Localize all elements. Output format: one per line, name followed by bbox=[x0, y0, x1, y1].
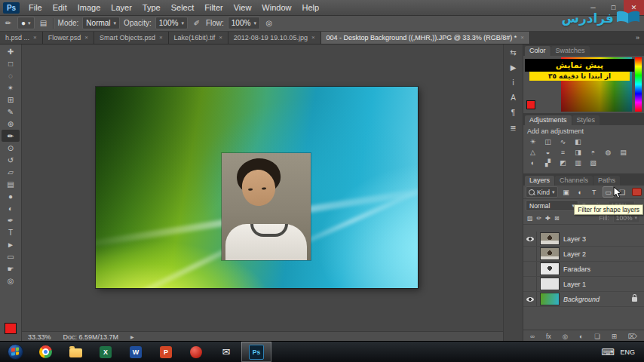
clone-stamp-tool[interactable]: ⊙ bbox=[2, 142, 20, 154]
layer-group-icon[interactable]: ❏ bbox=[594, 333, 600, 340]
tab-styles[interactable]: Styles bbox=[572, 115, 600, 125]
document-tab[interactable]: Smart Objects.psd × bbox=[94, 31, 169, 44]
layer-name[interactable]: Layer 3 bbox=[563, 235, 586, 243]
levels-icon[interactable]: ◫ bbox=[542, 137, 554, 146]
blend-mode-select[interactable]: Normal ▾ bbox=[82, 17, 120, 29]
close-tab-icon[interactable]: × bbox=[84, 34, 88, 41]
filter-pixel-layers-icon[interactable]: ▣ bbox=[560, 186, 572, 198]
zoom-level[interactable]: 33.33% bbox=[28, 333, 51, 341]
color-balance-icon[interactable]: ≡ bbox=[557, 148, 569, 156]
menu-filter[interactable]: Filter bbox=[199, 3, 228, 12]
link-layers-icon[interactable]: ∞ bbox=[530, 333, 535, 340]
layer-name[interactable]: Faradars bbox=[563, 265, 590, 273]
move-tool[interactable]: ✚ bbox=[2, 45, 20, 57]
airbrush-icon[interactable]: ◎ bbox=[264, 19, 274, 27]
ramp-color-swatch[interactable] bbox=[526, 100, 535, 109]
lock-all-icon[interactable]: ⊠ bbox=[554, 215, 560, 222]
document-tab[interactable]: Lake(16bit).tif × bbox=[169, 31, 228, 44]
swap-arrows-icon[interactable]: ⇆ bbox=[510, 48, 516, 57]
flow-select[interactable]: 100% ▾ bbox=[228, 17, 260, 29]
type-tool[interactable]: T bbox=[2, 226, 20, 238]
red-app-taskbar-button[interactable] bbox=[181, 342, 211, 362]
gradient-map-icon[interactable]: ▥ bbox=[572, 158, 584, 167]
layer-name[interactable]: Layer 2 bbox=[563, 250, 586, 258]
menu-select[interactable]: Select bbox=[166, 3, 200, 12]
layer-thumbnail[interactable] bbox=[541, 278, 559, 290]
tab-channels[interactable]: Channels bbox=[555, 176, 593, 186]
lasso-tool[interactable]: ◌ bbox=[2, 69, 20, 81]
close-tab-icon[interactable]: × bbox=[311, 34, 315, 41]
layer-effects-icon[interactable]: fx bbox=[546, 333, 551, 340]
menu-layer[interactable]: Layer bbox=[106, 3, 137, 12]
layer-thumbnail[interactable] bbox=[541, 248, 559, 259]
layer-mask-icon[interactable]: ◎ bbox=[563, 333, 568, 340]
selective-color-icon[interactable]: ▧ bbox=[587, 158, 599, 167]
threshold-icon[interactable]: ◩ bbox=[557, 158, 569, 167]
filter-adjustment-layers-icon[interactable]: ◐ bbox=[574, 186, 586, 198]
channel-mixer-icon[interactable]: ◍ bbox=[603, 148, 614, 156]
gradient-tool[interactable]: ▤ bbox=[2, 178, 20, 190]
visibility-toggle[interactable] bbox=[523, 247, 537, 261]
visibility-toggle[interactable] bbox=[523, 262, 537, 276]
exposure-icon[interactable]: ◧ bbox=[572, 137, 584, 146]
mail-taskbar-button[interactable]: ✉ bbox=[211, 342, 241, 362]
properties-panel-icon[interactable]: ≣ bbox=[510, 124, 516, 132]
keyboard-icon[interactable]: ⌨ bbox=[601, 347, 614, 357]
layer-thumbnail[interactable] bbox=[541, 233, 559, 244]
document-tab[interactable]: h.psd ... × bbox=[0, 31, 43, 44]
close-tab-icon[interactable]: × bbox=[159, 34, 163, 41]
layer-filter-kind-select[interactable]: Kind ▾ bbox=[526, 186, 558, 198]
brush-preset-picker[interactable]: ● ▾ bbox=[17, 17, 35, 29]
layer-thumbnail[interactable] bbox=[541, 293, 559, 305]
layer-name[interactable]: Layer 1 bbox=[563, 281, 586, 288]
eyedropper-tool[interactable]: ✎ bbox=[2, 106, 20, 118]
vibrance-icon[interactable]: △ bbox=[527, 148, 538, 156]
hue-saturation-icon[interactable]: ◒ bbox=[542, 148, 554, 156]
tab-color[interactable]: Color bbox=[525, 46, 550, 56]
dodge-tool[interactable]: ◐ bbox=[2, 202, 20, 214]
delete-layer-icon[interactable]: ⌦ bbox=[628, 333, 637, 340]
layer-row[interactable]: Layer 2 bbox=[523, 247, 644, 262]
invert-icon[interactable]: ◐ bbox=[527, 158, 538, 167]
word-taskbar-button[interactable]: W bbox=[121, 342, 151, 362]
color-lookup-icon[interactable]: ▤ bbox=[618, 148, 629, 156]
new-adjustment-layer-icon[interactable]: ◐ bbox=[579, 333, 583, 340]
status-options-arrow-icon[interactable]: ▶ bbox=[130, 334, 134, 339]
menu-type[interactable]: Type bbox=[137, 3, 166, 12]
path-selection-tool[interactable]: ► bbox=[2, 238, 20, 250]
shape-tool[interactable]: ▭ bbox=[2, 250, 20, 262]
menu-help[interactable]: Help bbox=[296, 3, 324, 12]
foreground-color-swatch[interactable] bbox=[5, 323, 17, 334]
close-tab-icon[interactable]: × bbox=[219, 34, 222, 41]
layer-row-background[interactable]: Background bbox=[523, 292, 644, 307]
visibility-toggle[interactable] bbox=[523, 232, 537, 246]
photoshop-taskbar-button[interactable]: Ps bbox=[241, 342, 271, 362]
pasted-portrait-photo[interactable] bbox=[222, 153, 311, 260]
open-document-image[interactable] bbox=[96, 87, 418, 288]
layer-name[interactable]: Background bbox=[563, 296, 600, 303]
visibility-toggle[interactable] bbox=[523, 292, 537, 306]
tab-layers[interactable]: Layers bbox=[525, 176, 554, 186]
start-button[interactable] bbox=[0, 342, 30, 362]
chrome-taskbar-button[interactable] bbox=[30, 342, 60, 362]
layer-row[interactable]: Layer 1 bbox=[523, 277, 644, 292]
info-panel-icon[interactable]: i bbox=[512, 78, 514, 87]
menu-window[interactable]: Window bbox=[256, 3, 296, 12]
history-brush-tool[interactable]: ↺ bbox=[2, 154, 20, 166]
file-explorer-taskbar-button[interactable] bbox=[60, 342, 90, 362]
actions-panel-icon[interactable]: ▶ bbox=[511, 63, 517, 72]
curves-icon[interactable]: ∿ bbox=[557, 137, 569, 146]
hue-strip[interactable] bbox=[635, 57, 642, 112]
lock-transparency-icon[interactable]: ▨ bbox=[527, 215, 533, 222]
document-tab[interactable]: Flower.psd × bbox=[43, 31, 94, 44]
posterize-icon[interactable]: ▞ bbox=[542, 158, 554, 167]
canvas-area[interactable]: 33.33% Doc: 6.59M/13.7M ▶ bbox=[22, 44, 503, 342]
document-tab[interactable]: 2012-08-19 19.10.05.jpg × bbox=[228, 31, 321, 44]
menu-view[interactable]: View bbox=[228, 3, 257, 12]
layer-blend-mode-select[interactable]: Normal ▾ bbox=[526, 200, 578, 211]
menu-image[interactable]: Image bbox=[72, 3, 106, 12]
layer-thumbnail[interactable] bbox=[541, 263, 559, 275]
menu-file[interactable]: File bbox=[23, 3, 48, 12]
brightness-contrast-icon[interactable]: ☀ bbox=[527, 137, 538, 146]
document-tab-active[interactable]: 004 - Desktop Background ((,MHR,)).JPG @… bbox=[321, 31, 530, 44]
